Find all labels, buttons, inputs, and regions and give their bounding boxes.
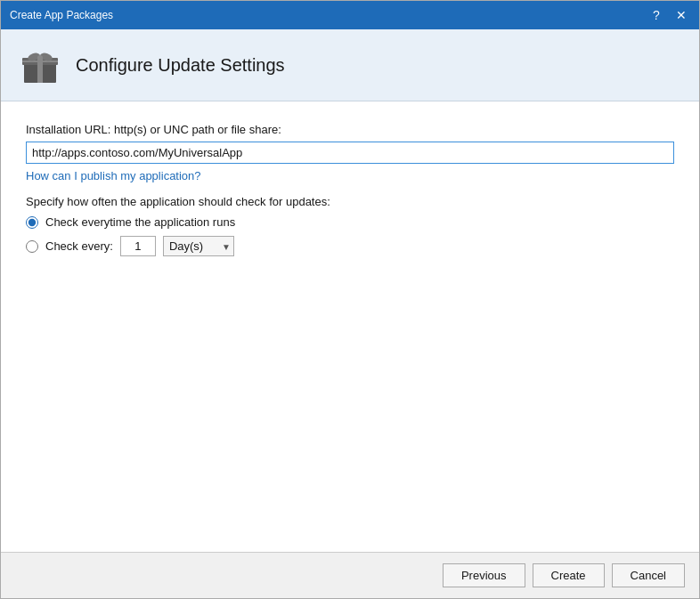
url-label: Installation URL: http(s) or UNC path or… bbox=[26, 123, 674, 136]
previous-button[interactable]: Previous bbox=[443, 563, 525, 587]
close-button[interactable]: ✕ bbox=[672, 6, 690, 24]
title-bar-text: Create App Packages bbox=[10, 9, 113, 21]
gift-icon bbox=[19, 44, 61, 86]
radio-1-label: Check everytime the application runs bbox=[45, 215, 235, 229]
content-area: Installation URL: http(s) or UNC path or… bbox=[1, 101, 699, 552]
create-button[interactable]: Create bbox=[533, 563, 605, 587]
check-every-input[interactable] bbox=[120, 236, 156, 256]
radio-row-1: Check everytime the application runs bbox=[26, 215, 674, 229]
cancel-button[interactable]: Cancel bbox=[612, 563, 685, 587]
radio-row-2: Check every: Day(s) Week(s) Month(s) ▼ bbox=[26, 236, 674, 256]
period-dropdown[interactable]: Day(s) Week(s) Month(s) bbox=[163, 236, 234, 256]
check-freq-label: Specify how often the application should… bbox=[26, 195, 674, 208]
dialog-window: Create App Packages ? ✕ bbox=[0, 0, 700, 599]
svg-point-6 bbox=[37, 55, 43, 61]
help-button[interactable]: ? bbox=[647, 6, 665, 24]
title-bar-left: Create App Packages bbox=[10, 9, 113, 21]
svg-rect-3 bbox=[22, 61, 58, 62]
radio-everytime[interactable] bbox=[26, 216, 38, 229]
radio-2-label: Check every: bbox=[45, 239, 113, 253]
header-title: Configure Update Settings bbox=[76, 55, 285, 76]
url-input[interactable] bbox=[26, 142, 674, 164]
dropdown-wrapper: Day(s) Week(s) Month(s) ▼ bbox=[163, 236, 234, 256]
footer: Previous Create Cancel bbox=[1, 552, 699, 598]
publish-link[interactable]: How can I publish my application? bbox=[26, 169, 201, 182]
radio-check-every[interactable] bbox=[26, 240, 38, 253]
header-section: Configure Update Settings bbox=[1, 29, 699, 101]
radio-group: Check everytime the application runs Che… bbox=[26, 215, 674, 256]
title-bar-controls: ? ✕ bbox=[647, 6, 690, 24]
title-bar: Create App Packages ? ✕ bbox=[1, 1, 699, 29]
